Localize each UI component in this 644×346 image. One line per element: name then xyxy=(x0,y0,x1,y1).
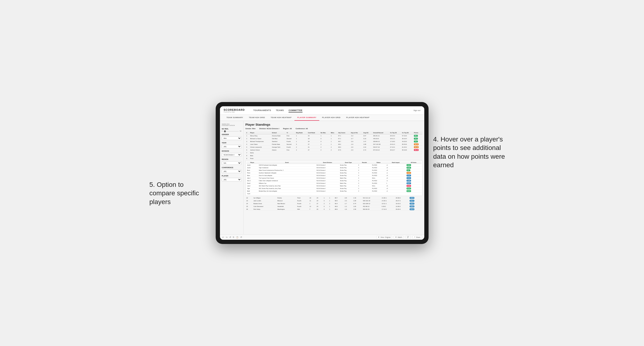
tab-player-h2h-grid[interactable]: PLAYER H2H GRID xyxy=(319,115,344,121)
th-adj-score: Adj. Score xyxy=(337,131,350,134)
sidebar-region-select[interactable]: N/A xyxy=(222,161,242,165)
tt-cell-rank-impact: +0 xyxy=(386,187,406,190)
tooltip-row: Mare Amer An Intercollegiate NCAA Divisi… xyxy=(246,174,422,177)
cell-record xyxy=(372,154,389,157)
tt-cell-player: Mattl xyxy=(246,190,258,192)
cell-yr xyxy=(286,157,295,160)
tt-cell-status: PLAYED xyxy=(371,190,386,192)
th-record: Overall Record xyxy=(372,131,389,134)
refresh-button[interactable]: ↺ xyxy=(230,236,231,238)
cell-avg-sg: 1.65 xyxy=(352,205,362,208)
tab-player-h2h-heatmap[interactable]: PLAYER H2H HEATMAP xyxy=(344,115,372,121)
cell-points[interactable] xyxy=(413,154,422,157)
cell-avg-par: -2.3 xyxy=(344,199,352,202)
comment-button[interactable]: 💬 xyxy=(406,235,410,239)
tt-cell-player: Mare xyxy=(246,174,258,177)
watch-icon: 👁 xyxy=(395,236,397,238)
tt-cell-type: Stroke Play xyxy=(339,190,357,192)
cell-adj-score xyxy=(337,154,350,157)
cell-no-rds: 2 xyxy=(320,149,330,151)
cell-points[interactable]: 88.2 xyxy=(413,134,422,137)
cell-points[interactable] xyxy=(413,151,422,154)
cell-record: 514-111-12 xyxy=(362,196,381,199)
cell-vs50: 26-27-2 xyxy=(395,199,409,202)
undo-button[interactable]: ↩ xyxy=(222,236,224,238)
tt-cell-rounds: 3 xyxy=(358,167,372,169)
tooltip-row: Alex C Fallen Oak Collegiate Invitationa… xyxy=(246,179,422,182)
th-no-rds: No Rds. xyxy=(320,131,330,134)
cell-wins: 2 xyxy=(330,149,337,151)
cell-rank: 26 xyxy=(246,208,252,211)
share-button[interactable]: ↗ Share xyxy=(412,235,422,239)
cell-points[interactable] xyxy=(413,157,422,160)
cell-wins xyxy=(330,154,337,157)
sidebar-division-label: Division xyxy=(222,150,242,152)
cell-school: Missouri xyxy=(276,199,296,202)
nav-item-committee[interactable]: COMMITTEE xyxy=(288,109,302,112)
tt-cell-rank-impact: +1 xyxy=(386,190,406,192)
cell-points[interactable]: 80.49 xyxy=(413,146,422,149)
cell-vs50 xyxy=(401,157,413,160)
copy-button[interactable]: ⎘ xyxy=(233,236,234,238)
cell-vs50: 61-20-2 xyxy=(401,146,413,149)
cell-conf-rank: 23 xyxy=(316,208,323,211)
cell-conf-rank: 24 xyxy=(316,196,323,199)
tt-cell-event: Williams Cup xyxy=(258,182,316,185)
logo-area: SCOREBOARD Powered by clippi xyxy=(224,108,245,113)
sidebar-division-select[interactable]: NCAA Division I xyxy=(222,153,242,157)
tab-player-summary[interactable]: PLAYER SUMMARY xyxy=(294,115,319,121)
cell-vs50: 33-26-4 xyxy=(395,208,409,211)
cell-no-rds: 0 xyxy=(320,137,330,140)
cell-points[interactable]: 40.02 xyxy=(409,202,422,205)
cell-record: 547-142-38 xyxy=(372,143,389,146)
cell-adj-score: 68.5 xyxy=(334,199,344,202)
sign-out-button[interactable]: Sign out xyxy=(414,109,420,112)
paste-button[interactable]: 📋 xyxy=(236,236,238,238)
cell-points[interactable]: 68.18 xyxy=(413,149,422,151)
cell-reg-rank: 2 xyxy=(295,149,307,151)
table-row: 26 Petr Hruby Washington Fifth 7 23 0 1 … xyxy=(246,208,422,211)
view-original-button[interactable]: 👁 View: Original xyxy=(376,236,392,239)
tt-cell-rank-impact: +0 xyxy=(386,185,406,187)
cell-points[interactable]: 48.68 xyxy=(409,196,422,199)
watch-button[interactable]: 👁 Watch xyxy=(394,236,404,239)
cell-vs50: 43-25-0 xyxy=(401,140,413,143)
table-row: 1 Wenyi Ding Arizona State First 1 15 1 … xyxy=(246,134,422,137)
tab-team-h2h-heatmap[interactable]: TEAM H2H HEATMAP xyxy=(268,115,294,121)
cell-vs50 xyxy=(401,151,413,154)
cell-yr: Second xyxy=(286,137,295,140)
sidebar-year-select[interactable]: (All) xyxy=(222,145,242,148)
cell-points[interactable]: 38.49 xyxy=(409,208,422,211)
cell-adj-score: 67.1 xyxy=(337,137,350,140)
view-icon: 👁 xyxy=(378,236,380,238)
tt-cell-w-points: 56.18 xyxy=(406,187,421,190)
cell-rank: 6 xyxy=(246,149,249,151)
tt-cell-div: NCAA Division I xyxy=(316,190,339,192)
cell-avg-sg: 2.34 xyxy=(362,146,372,149)
tab-team-summary[interactable]: TEAM SUMMARY xyxy=(224,115,246,121)
tt-cell-type xyxy=(339,192,357,195)
cell-adj-score xyxy=(337,157,350,160)
cell-points[interactable]: 88.94 xyxy=(413,143,422,146)
redo-button[interactable]: ↪ xyxy=(226,236,228,238)
clock-button[interactable]: ⏱ xyxy=(240,236,242,238)
cell-avg-sg: 3.07 xyxy=(362,134,372,137)
table-row: 3 Michael Thorbjornsen Stanford Fourth 1… xyxy=(246,140,422,143)
sidebar-conference-select[interactable]: (All) xyxy=(222,170,242,173)
cell-points[interactable]: 40.27 xyxy=(409,199,422,202)
cell-points[interactable]: 70.2 xyxy=(413,140,422,143)
cell-points[interactable]: 38.95 xyxy=(409,205,422,208)
tt-cell-rank-impact: +0 xyxy=(386,177,406,179)
nav-item-teams[interactable]: TEAMS xyxy=(276,109,284,112)
cell-no-rds: 2 xyxy=(323,202,328,205)
cell-points[interactable]: 76.3 xyxy=(413,137,422,140)
tooltip-th-player: Player xyxy=(246,161,258,164)
tab-team-h2h-grid[interactable]: TEAM H2H GRID xyxy=(246,115,268,121)
filter-row: Gender: Men Division: NCAA Division I Re… xyxy=(246,128,422,129)
tt-cell-player: Breni xyxy=(246,169,258,172)
nav-item-tournaments[interactable]: TOURNAMENTS xyxy=(253,109,271,112)
sidebar-gender-select[interactable]: Men xyxy=(222,137,242,140)
th-player: Player xyxy=(249,131,271,134)
center-panel: Player Standings Gender: Men Division: N… xyxy=(244,121,424,234)
sidebar-player-select[interactable]: (All) xyxy=(222,178,242,181)
